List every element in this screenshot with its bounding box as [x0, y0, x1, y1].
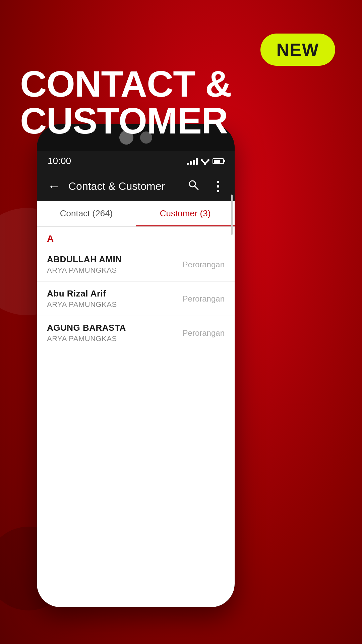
signal-bar-2 [190, 161, 192, 165]
contact-info-1: ABDULLAH AMIN ARYA PAMUNGKAS [47, 254, 122, 275]
phone-mockup: 10:00 [37, 124, 235, 607]
signal-bar-3 [193, 160, 195, 165]
app-bar: ← Contact & Customer ⋮ [37, 171, 235, 201]
svg-line-4 [195, 186, 198, 190]
more-button[interactable]: ⋮ [208, 176, 227, 197]
new-badge: NEW [260, 34, 335, 66]
back-button[interactable]: ← [45, 176, 63, 196]
tab-bar: Contact (264) Customer (3) [37, 201, 235, 227]
contact-name-3: AGUNG BARASTA [47, 323, 126, 333]
contact-type-3: Perorangan [183, 328, 225, 338]
main-title: CONTACT & CUSTOMER [20, 65, 362, 139]
status-icons [187, 157, 224, 165]
signal-bar-1 [187, 163, 189, 165]
tab-customer[interactable]: Customer (3) [136, 201, 235, 226]
contact-type-2: Perorangan [183, 294, 225, 304]
list-content: A ABDULLAH AMIN ARYA PAMUNGKAS Peroranga… [37, 227, 235, 607]
search-button[interactable] [185, 176, 202, 196]
tab-contact[interactable]: Contact (264) [37, 201, 136, 226]
battery-icon [213, 158, 224, 164]
battery-fill [214, 160, 220, 163]
contact-sub-3: ARYA PAMUNGKAS [47, 334, 126, 343]
scroll-indicator [231, 195, 233, 235]
signal-bar-4 [196, 158, 198, 165]
contact-sub-1: ARYA PAMUNGKAS [47, 266, 122, 275]
status-time: 10:00 [48, 156, 71, 166]
status-bar: 10:00 [37, 151, 235, 171]
contact-item-2[interactable]: Abu Rizal Arif ARYA PAMUNGKAS Perorangan [37, 282, 235, 316]
contact-info-3: AGUNG BARASTA ARYA PAMUNGKAS [47, 323, 126, 343]
contact-item-3[interactable]: AGUNG BARASTA ARYA PAMUNGKAS Perorangan [37, 316, 235, 350]
section-letter-a: A [37, 227, 235, 248]
wifi-icon [200, 157, 210, 165]
signal-icon [187, 157, 198, 165]
contact-sub-2: ARYA PAMUNGKAS [47, 300, 117, 309]
contact-name-2: Abu Rizal Arif [47, 288, 117, 299]
contact-name-1: ABDULLAH AMIN [47, 254, 122, 265]
app-bar-title: Contact & Customer [68, 180, 180, 193]
contact-item-1[interactable]: ABDULLAH AMIN ARYA PAMUNGKAS Perorangan [37, 248, 235, 282]
phone-content: 10:00 [37, 151, 235, 607]
contact-type-1: Perorangan [183, 260, 225, 269]
app-bar-icons: ⋮ [185, 176, 227, 197]
contact-info-2: Abu Rizal Arif ARYA PAMUNGKAS [47, 288, 117, 309]
